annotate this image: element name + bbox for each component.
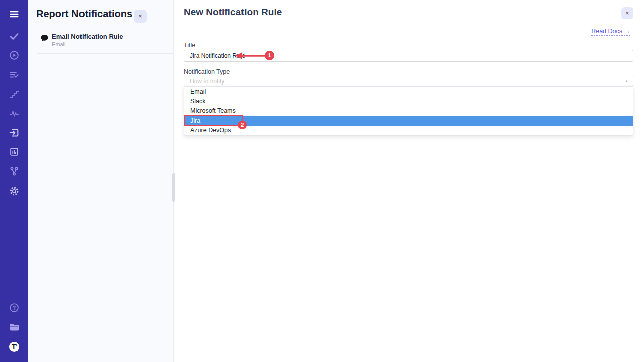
stairs-icon[interactable]	[8, 88, 20, 100]
dropdown-option-email[interactable]: Email	[184, 87, 633, 97]
read-docs-link[interactable]: Read Docs →	[591, 28, 630, 36]
notification-type-dropdown: Email Slack Microsoft Teams Jira Azure D…	[184, 86, 633, 136]
settings-gear-icon[interactable]	[8, 185, 20, 197]
dropdown-option-microsoft-teams[interactable]: Microsoft Teams	[184, 106, 633, 116]
activity-pulse-icon[interactable]	[8, 108, 20, 120]
bar-chart-icon[interactable]	[8, 146, 20, 158]
import-box-icon[interactable]	[8, 127, 20, 139]
panel-close-button[interactable]: ×	[134, 10, 147, 23]
report-notifications-panel: Report Notifications Email Notification …	[28, 0, 174, 362]
folder-icon[interactable]	[8, 321, 20, 333]
menu-icon[interactable]	[8, 8, 20, 20]
tracetest-logo[interactable]: T	[8, 341, 20, 353]
play-circle-icon[interactable]	[8, 49, 20, 61]
dropdown-option-jira[interactable]: Jira	[184, 116, 633, 126]
drawer-close-button[interactable]: ×	[621, 7, 633, 19]
help-icon[interactable]: ?	[8, 302, 20, 314]
dropdown-option-slack[interactable]: Slack	[184, 97, 633, 106]
notification-type-select[interactable]: How to notify ▲	[184, 76, 633, 86]
git-branch-icon[interactable]	[8, 165, 20, 177]
annotation-step-2-badge: 2	[238, 121, 247, 129]
svg-text:?: ?	[12, 305, 15, 311]
panel-title: Report Notifications	[36, 8, 132, 20]
check-icon[interactable]	[8, 30, 20, 42]
sidebar: ? T	[0, 0, 28, 362]
rule-item-title: Email Notification Rule	[52, 32, 123, 41]
rule-item-subtitle: Email	[52, 41, 123, 48]
title-input[interactable]	[184, 50, 633, 62]
drawer-title: New Notification Rule	[184, 7, 282, 18]
dropdown-option-azure-devops[interactable]: Azure DevOps	[184, 126, 633, 135]
panel-resize-handle[interactable]	[172, 173, 175, 202]
run-list-icon[interactable]	[8, 69, 20, 81]
caret-up-icon: ▲	[625, 79, 628, 84]
new-notification-rule-drawer: New Notification Rule × Read Docs → Titl…	[174, 0, 644, 362]
app-root: ? T Report Notifications Email Notificat…	[0, 0, 644, 362]
drawer-header: New Notification Rule ×	[174, 0, 644, 24]
chat-bubble-icon	[40, 34, 49, 42]
svg-text:T: T	[11, 343, 16, 351]
notification-type-label: Notification Type	[184, 68, 230, 75]
select-placeholder: How to notify	[190, 77, 224, 85]
notification-rule-list-item[interactable]: Email Notification Rule Email	[37, 28, 173, 54]
rule-item-text: Email Notification Rule Email	[52, 32, 123, 48]
title-field-label: Title	[184, 42, 195, 49]
